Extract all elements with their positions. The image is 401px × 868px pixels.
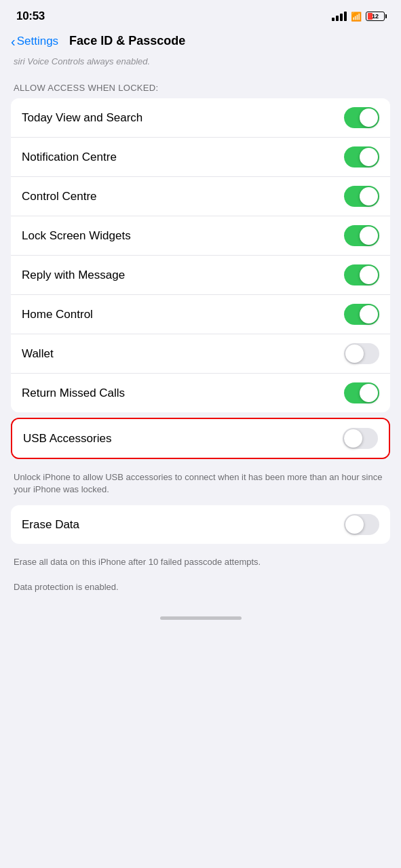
return-missed-calls-label: Return Missed Calls <box>22 387 125 400</box>
lock-screen-widgets-label: Lock Screen Widgets <box>22 229 131 243</box>
lock-screen-widgets-row: Lock Screen Widgets <box>11 216 390 256</box>
access-settings-group: Today View and Search Notification Centr… <box>11 98 390 412</box>
status-time: 10:53 <box>16 9 45 23</box>
status-bar: 10:53 📶 12 <box>0 0 401 28</box>
erase-data-row: Erase Data <box>11 505 390 544</box>
data-protection-text: Data protection is enabled. <box>14 582 119 592</box>
signal-icon <box>332 12 347 21</box>
home-control-toggle[interactable] <box>344 304 379 325</box>
back-arrow-icon: ‹ <box>11 35 16 48</box>
back-label: Settings <box>17 35 58 48</box>
home-control-label: Home Control <box>22 308 93 321</box>
wallet-row: Wallet <box>11 334 390 374</box>
wallet-toggle[interactable] <box>344 343 379 364</box>
section-label: ALLOW ACCESS WHEN LOCKED: <box>0 71 401 98</box>
usb-accessories-group: USB Accessories <box>11 418 390 459</box>
reply-with-message-toggle[interactable] <box>344 264 379 285</box>
lock-screen-widgets-toggle[interactable] <box>344 225 379 246</box>
return-missed-calls-row: Return Missed Calls <box>11 374 390 412</box>
erase-data-group: Erase Data <box>11 505 390 544</box>
hint-text: siri Voice Controls always enabled. <box>0 56 401 71</box>
page-title: Face ID & Passcode <box>69 34 185 48</box>
today-view-label: Today View and Search <box>22 111 142 125</box>
erase-description: Erase all data on this iPhone after 10 f… <box>0 549 401 603</box>
erase-data-toggle[interactable] <box>344 514 379 535</box>
notification-centre-row: Notification Centre <box>11 138 390 177</box>
home-bar <box>160 616 242 620</box>
home-indicator <box>0 603 401 627</box>
notification-centre-toggle[interactable] <box>344 146 379 167</box>
home-control-row: Home Control <box>11 295 390 334</box>
reply-with-message-label: Reply with Message <box>22 269 125 282</box>
control-centre-row: Control Centre <box>11 177 390 216</box>
control-centre-label: Control Centre <box>22 190 97 203</box>
return-missed-calls-toggle[interactable] <box>344 382 379 403</box>
nav-bar: ‹ Settings Face ID & Passcode <box>0 28 401 56</box>
reply-with-message-row: Reply with Message <box>11 256 390 295</box>
usb-accessories-label: USB Accessories <box>23 432 111 446</box>
status-icons: 📶 12 <box>332 12 385 22</box>
control-centre-toggle[interactable] <box>344 186 379 207</box>
usb-description: Unlock iPhone to allow USB accessories t… <box>0 465 401 505</box>
wallet-label: Wallet <box>22 347 54 361</box>
erase-data-label: Erase Data <box>22 518 79 532</box>
usb-accessories-toggle[interactable] <box>343 428 378 449</box>
usb-accessories-row: USB Accessories <box>12 419 389 458</box>
today-view-row: Today View and Search <box>11 98 390 138</box>
wifi-icon: 📶 <box>351 12 362 22</box>
battery-icon: 12 <box>366 12 385 21</box>
today-view-toggle[interactable] <box>344 107 379 128</box>
notification-centre-label: Notification Centre <box>22 151 117 164</box>
back-button[interactable]: ‹ Settings <box>11 35 58 48</box>
